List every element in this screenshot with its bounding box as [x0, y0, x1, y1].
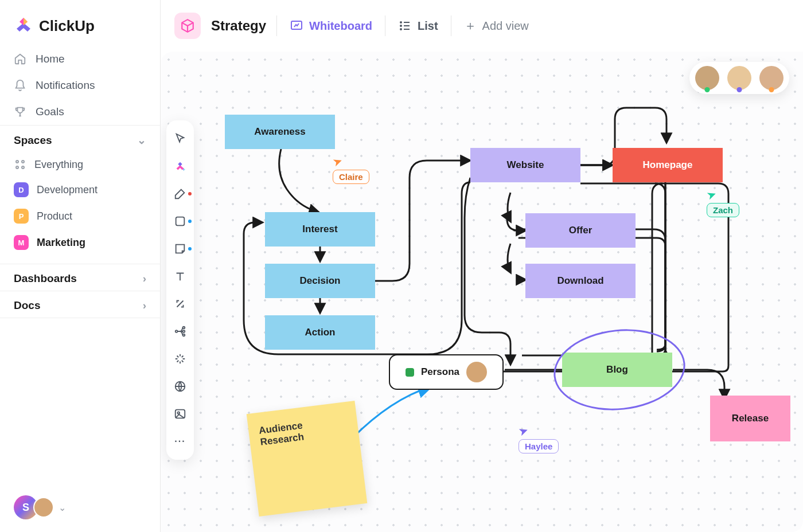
node-release[interactable]: Release — [710, 396, 790, 441]
pen-icon — [174, 187, 186, 200]
section-title: Docs — [14, 299, 40, 312]
connector-icon — [174, 298, 186, 310]
view-label: List — [418, 19, 438, 33]
svg-text:+: + — [182, 167, 185, 173]
cursor-claire: ➤ Claire — [333, 155, 369, 184]
docs-header[interactable]: Docs › — [0, 291, 160, 318]
cursor-label: Haylee — [519, 439, 559, 453]
page-title: Strategy — [211, 18, 266, 34]
space-badge: D — [14, 182, 29, 197]
nav-label: Home — [36, 53, 65, 65]
node-blog[interactable]: Blog — [562, 353, 672, 387]
space-badge: M — [14, 235, 29, 250]
whiteboard-icon — [290, 19, 303, 33]
node-label: Persona — [421, 366, 459, 378]
chevron-down-icon: ⌄ — [137, 134, 146, 147]
node-action[interactable]: Action — [265, 315, 375, 350]
chevron-right-icon: › — [143, 272, 146, 285]
avatar — [466, 362, 487, 382]
view-label: Add view — [482, 19, 529, 33]
nav-notifications[interactable]: Notifications — [0, 72, 160, 99]
cursor-icon: ➤ — [330, 154, 344, 170]
clickup-tool[interactable]: + — [166, 155, 194, 178]
plus-icon: ＋ — [464, 17, 477, 34]
home-icon — [14, 53, 26, 65]
profile-menu[interactable]: S ⌄ — [14, 495, 66, 519]
chevron-right-icon: › — [143, 299, 146, 312]
cursor-icon: ➤ — [516, 423, 530, 439]
clickup-icon: + — [174, 160, 186, 173]
node-decision[interactable]: Decision — [265, 264, 375, 298]
divider — [276, 15, 277, 36]
chevron-down-icon: ⌄ — [59, 502, 66, 513]
image-icon — [174, 408, 186, 420]
sidebar-item-development[interactable]: D Development — [0, 177, 160, 203]
sticky-tool[interactable] — [166, 237, 194, 260]
ai-tool[interactable] — [166, 347, 194, 370]
select-tool[interactable] — [166, 127, 194, 150]
node-offer[interactable]: Offer — [525, 213, 636, 248]
nav-label: Goals — [36, 105, 64, 118]
avatar[interactable]: .cava:nth-child(3)::after{background:#ff… — [759, 66, 783, 90]
space-icon[interactable] — [174, 13, 201, 39]
more-icon: ··· — [174, 436, 185, 447]
mindmap-tool[interactable] — [166, 320, 194, 343]
space-label: Product — [37, 210, 72, 222]
sticky-note[interactable]: Audience Research — [247, 401, 368, 517]
nav-home[interactable]: Home — [0, 46, 160, 72]
space-badge: P — [14, 209, 29, 224]
node-website[interactable]: Website — [470, 148, 580, 182]
more-tools[interactable]: ··· — [166, 430, 194, 453]
cursor-zach: ➤ Zach — [707, 188, 739, 217]
sparkle-icon — [174, 353, 186, 365]
space-label: Marketing — [37, 237, 85, 249]
node-interest[interactable]: Interest — [265, 212, 375, 247]
cursor-label: Claire — [333, 170, 369, 184]
avatar — [33, 497, 54, 518]
svg-point-12 — [177, 412, 180, 414]
cursor-label: Zach — [707, 203, 739, 217]
dashboards-header[interactable]: Dashboards › — [0, 264, 160, 291]
view-label: Whiteboard — [309, 19, 372, 33]
text-icon — [174, 270, 186, 283]
square-icon — [174, 215, 186, 228]
logo[interactable]: ClickUp — [0, 0, 160, 46]
sidebar-item-product[interactable]: P Product — [0, 203, 160, 229]
list-icon — [398, 19, 412, 33]
avatar[interactable]: .cava:nth-child(1)::after{background:#2e… — [695, 66, 719, 90]
svg-point-8 — [183, 330, 185, 332]
spaces-header[interactable]: Spaces ⌄ — [0, 125, 160, 152]
avatar[interactable]: .cava:nth-child(2)::after{background:#7b… — [727, 66, 751, 90]
sidebar-item-everything[interactable]: Everything — [0, 152, 160, 177]
text-tool[interactable] — [166, 265, 194, 288]
view-whiteboard[interactable]: Whiteboard — [287, 15, 375, 36]
nav-goals[interactable]: Goals — [0, 99, 160, 125]
space-label: Development — [37, 184, 98, 196]
node-homepage[interactable]: Homepage — [613, 148, 723, 182]
section-title: Spaces — [14, 134, 52, 147]
svg-point-2 — [400, 25, 402, 26]
node-persona[interactable]: Persona — [389, 354, 504, 390]
image-tool[interactable] — [166, 402, 194, 425]
sidebar-item-marketing[interactable]: M Marketing — [0, 229, 160, 256]
svg-point-1 — [400, 22, 402, 23]
add-view-button[interactable]: ＋ Add view — [462, 14, 531, 38]
everything-icon — [14, 158, 26, 171]
cursor-icon — [174, 132, 186, 145]
web-tool[interactable] — [166, 375, 194, 398]
trophy-icon — [14, 105, 26, 118]
divider — [451, 15, 451, 36]
cursor-haylee: ➤ Haylee — [519, 424, 559, 453]
space-label: Everything — [34, 159, 83, 171]
sticky-icon — [174, 242, 186, 255]
node-download[interactable]: Download — [525, 264, 636, 298]
shape-tool[interactable] — [166, 210, 194, 233]
connector-tool[interactable] — [166, 292, 194, 315]
divider — [385, 15, 385, 36]
node-awareness[interactable]: Awareness — [225, 115, 335, 149]
clickup-logo-icon — [14, 16, 33, 36]
pen-tool[interactable] — [166, 182, 194, 205]
view-list[interactable]: List — [396, 15, 441, 36]
collaborators[interactable]: .cava:nth-child(1)::after{background:#2e… — [689, 62, 789, 94]
whiteboard-canvas[interactable]: Awareness Interest Decision Action Websi… — [161, 52, 803, 532]
